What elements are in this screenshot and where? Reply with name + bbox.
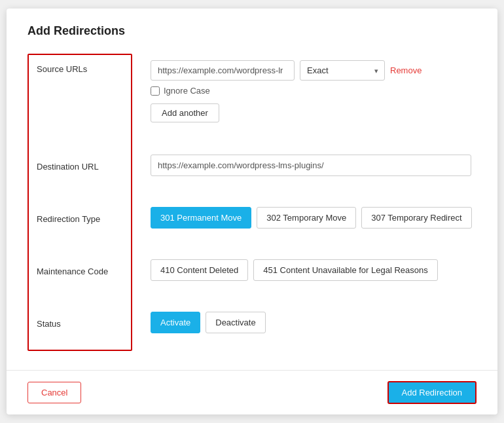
- btn-451[interactable]: 451 Content Unavailable for Legal Reason…: [253, 259, 438, 281]
- label-maintenance-code: Maintenance Code: [29, 245, 131, 297]
- maintenance-code-group: 410 Content Deleted 451 Content Unavaila…: [151, 244, 477, 296]
- btn-307[interactable]: 307 Temporary Redirect: [361, 207, 472, 229]
- redirection-type-buttons: 301 Permanent Move 302 Temporary Move 30…: [151, 207, 472, 229]
- deactivate-button[interactable]: Deactivate: [206, 312, 265, 333]
- form-layout: Source URLs Destination URL Redirection …: [27, 54, 477, 351]
- status-buttons: Activate Deactivate: [151, 312, 266, 333]
- label-destination-url: Destination URL: [29, 140, 131, 193]
- destination-url-group: [151, 139, 477, 191]
- ignore-case-checkbox[interactable]: [151, 86, 160, 96]
- add-another-button[interactable]: Add another: [151, 103, 219, 122]
- label-redirection-type: Redirection Type: [29, 193, 131, 245]
- label-status: Status: [29, 297, 131, 350]
- remove-link[interactable]: Remove: [390, 65, 422, 75]
- btn-410[interactable]: 410 Content Deleted: [151, 259, 248, 281]
- add-redirection-button[interactable]: Add Redirection: [387, 381, 477, 404]
- source-url-input[interactable]: [151, 60, 295, 81]
- btn-302[interactable]: 302 Temporary Move: [257, 207, 356, 229]
- activate-button[interactable]: Activate: [151, 312, 200, 333]
- cancel-button[interactable]: Cancel: [27, 382, 81, 403]
- maintenance-code-buttons: 410 Content Deleted 451 Content Unavaila…: [151, 259, 438, 281]
- match-type-wrapper: Exact Contains Starts With Ends With Reg…: [300, 60, 385, 81]
- modal-title: Add Redirections: [27, 24, 477, 38]
- fields-column: Exact Contains Starts With Ends With Reg…: [132, 54, 477, 351]
- destination-url-input[interactable]: [151, 155, 471, 176]
- modal-footer: Cancel Add Redirection: [7, 370, 497, 414]
- match-type-select[interactable]: Exact Contains Starts With Ends With Reg…: [300, 60, 385, 81]
- source-url-row: Exact Contains Starts With Ends With Reg…: [151, 60, 477, 81]
- status-group: Activate Deactivate: [151, 296, 477, 348]
- labels-column: Source URLs Destination URL Redirection …: [27, 54, 132, 351]
- label-source-urls: Source URLs: [29, 55, 131, 140]
- btn-301[interactable]: 301 Permanent Move: [151, 207, 251, 229]
- ignore-case-row: Ignore Case: [151, 86, 477, 96]
- modal-body: Add Redirections Source URLs Destination…: [7, 9, 497, 370]
- source-url-group: Exact Contains Starts With Ends With Reg…: [151, 54, 477, 139]
- modal: Add Redirections Source URLs Destination…: [7, 9, 497, 414]
- redirection-type-group: 301 Permanent Move 302 Temporary Move 30…: [151, 191, 477, 244]
- ignore-case-label: Ignore Case: [164, 86, 210, 96]
